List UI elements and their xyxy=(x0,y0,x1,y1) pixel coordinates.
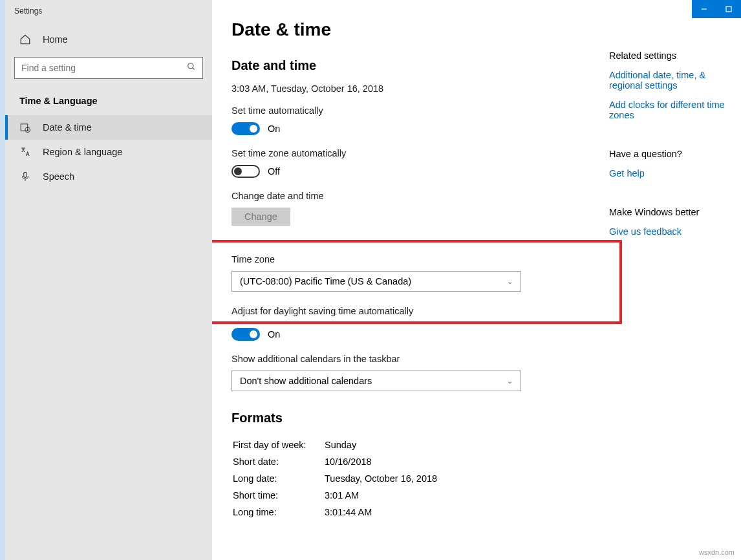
formats-heading: Formats xyxy=(231,411,583,425)
related-settings-heading: Related settings xyxy=(609,50,741,61)
set-tz-auto-state: Off xyxy=(268,166,280,177)
set-time-auto-toggle[interactable] xyxy=(231,122,260,135)
timezone-value: (UTC-08:00) Pacific Time (US & Canada) xyxy=(240,276,411,286)
dst-state: On xyxy=(268,329,280,339)
table-row: Long time:3:01:44 AM xyxy=(233,504,582,520)
window-controls xyxy=(692,0,741,18)
sidebar-item-label: Date & time xyxy=(43,122,92,133)
chevron-down-icon: ⌄ xyxy=(507,277,513,286)
chevron-down-icon: ⌄ xyxy=(507,377,513,385)
sidebar-item-date-time[interactable]: Date & time xyxy=(5,115,212,140)
home-nav[interactable]: Home xyxy=(5,27,212,52)
section-heading: Time & Language xyxy=(5,89,212,115)
sidebar-item-label: Speech xyxy=(43,171,74,182)
sidebar-item-label: Region & language xyxy=(43,147,122,157)
sidebar: Settings Home Time & Language Date & tim… xyxy=(5,0,212,560)
link-add-clocks[interactable]: Add clocks for different time zones xyxy=(609,100,741,120)
formats-table: First day of week:Sunday Short date:10/1… xyxy=(231,436,583,521)
home-icon xyxy=(19,34,31,45)
timezone-label: Time zone xyxy=(231,254,600,264)
main-content: Date & time Date and time 3:03 AM, Tuesd… xyxy=(212,0,741,560)
additional-calendars-dropdown[interactable]: Don't show additional calendars ⌄ xyxy=(231,371,521,391)
nav-list: Date & time Region & language Speech xyxy=(5,115,212,189)
maximize-button[interactable] xyxy=(716,0,741,18)
window-title: Settings xyxy=(5,5,212,27)
dst-label: Adjust for daylight saving time automati… xyxy=(231,306,600,316)
set-time-auto-label: Set time automatically xyxy=(231,105,583,116)
table-row: Short time:3:01 AM xyxy=(233,488,582,503)
home-label: Home xyxy=(43,34,68,45)
table-row: First day of week:Sunday xyxy=(233,437,582,453)
additional-calendars-value: Don't show additional calendars xyxy=(240,376,372,386)
link-feedback[interactable]: Give us feedback xyxy=(609,226,741,237)
link-get-help[interactable]: Get help xyxy=(609,168,741,178)
dst-toggle[interactable] xyxy=(231,328,260,341)
sidebar-item-speech[interactable]: Speech xyxy=(5,164,212,189)
section-date-time: Date and time xyxy=(231,58,583,73)
svg-rect-8 xyxy=(726,6,731,12)
timezone-highlight: Time zone (UTC-08:00) Pacific Time (US &… xyxy=(212,240,622,324)
svg-line-1 xyxy=(193,68,195,70)
search-icon xyxy=(187,62,196,74)
page-title: Date & time xyxy=(231,19,583,40)
table-row: Long date:Tuesday, October 16, 2018 xyxy=(233,471,582,486)
clock-calendar-icon xyxy=(19,122,31,133)
table-row: Short date:10/16/2018 xyxy=(233,454,582,469)
change-button[interactable]: Change xyxy=(231,208,290,226)
timezone-dropdown[interactable]: (UTC-08:00) Pacific Time (US & Canada) ⌄ xyxy=(231,271,521,292)
svg-point-0 xyxy=(188,63,193,69)
search-box[interactable] xyxy=(14,57,203,79)
set-tz-auto-label: Set time zone automatically xyxy=(231,148,583,158)
minimize-button[interactable] xyxy=(692,0,716,18)
search-input[interactable] xyxy=(21,63,187,73)
microphone-icon xyxy=(19,171,31,182)
better-heading: Make Windows better xyxy=(609,207,741,217)
set-tz-auto-toggle[interactable] xyxy=(231,165,260,178)
language-icon xyxy=(19,146,31,158)
svg-line-5 xyxy=(28,130,29,131)
change-dt-label: Change date and time xyxy=(231,191,583,201)
watermark: wsxdn.com xyxy=(699,548,735,556)
svg-rect-6 xyxy=(24,172,27,177)
additional-calendars-label: Show additional calendars in the taskbar xyxy=(231,354,583,364)
right-column: Related settings Additional date, time, … xyxy=(609,19,741,560)
question-heading: Have a question? xyxy=(609,149,741,159)
window-left-edge xyxy=(0,0,5,560)
current-datetime: 3:03 AM, Tuesday, October 16, 2018 xyxy=(231,83,583,94)
set-time-auto-state: On xyxy=(268,124,280,134)
link-additional-settings[interactable]: Additional date, time, & regional settin… xyxy=(609,70,741,91)
sidebar-item-region-language[interactable]: Region & language xyxy=(5,140,212,164)
